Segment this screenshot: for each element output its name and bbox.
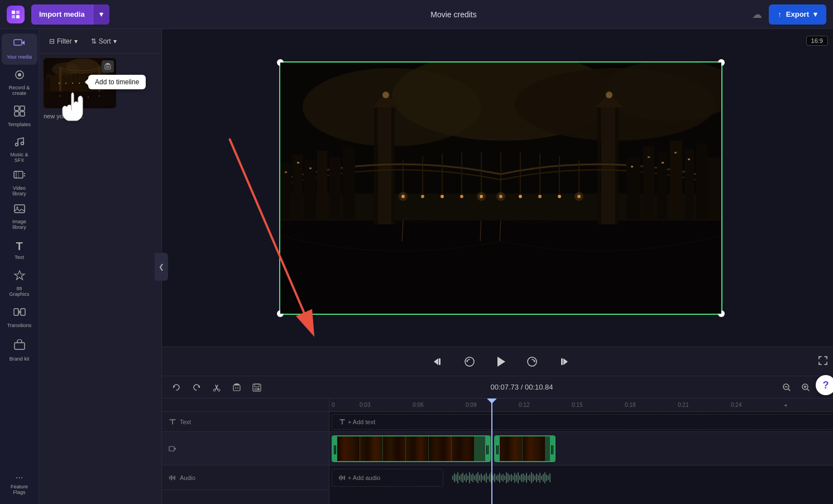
your-media-icon <box>13 38 26 53</box>
play-button[interactable] <box>491 352 511 372</box>
media-toolbar: ⊟ Filter ▾ ⇅ Sort ▾ <box>39 29 161 54</box>
svg-rect-30 <box>59 66 61 92</box>
text-track-row: + Add text <box>329 412 833 432</box>
cursor-hand-icon <box>60 92 85 127</box>
sort-button[interactable]: ⇅ Sort ▾ <box>87 35 121 47</box>
svg-point-136 <box>218 389 220 391</box>
timeline-body: Text Audio <box>162 399 833 504</box>
sidebar-item-feature-flags[interactable]: ··· FeatureFlags <box>2 468 37 500</box>
svg-line-152 <box>807 389 809 391</box>
cloud-save-icon: ☁ <box>752 8 762 21</box>
zoom-out-button[interactable] <box>779 380 794 395</box>
sidebar-item-record-create[interactable]: Record &create <box>2 67 37 98</box>
svg-rect-10 <box>15 112 19 116</box>
help-button[interactable]: ? <box>816 375 833 395</box>
clip-left-handle[interactable]: ‖ <box>333 436 337 461</box>
timeline-timecode: 00:07.73 / 00:10.84 <box>269 383 774 391</box>
add-audio-button[interactable]: + Add audio <box>332 469 443 487</box>
svg-rect-139 <box>233 385 240 391</box>
undo-button[interactable] <box>169 380 184 395</box>
forward-button[interactable] <box>522 352 542 372</box>
svg-marker-128 <box>497 357 505 367</box>
text-icon: T <box>16 239 22 253</box>
media-panel: ❮ ⊟ Filter ▾ ⇅ Sort ▾ <box>39 29 162 504</box>
preview-area: 16:9 <box>162 29 833 376</box>
sidebar-item-graphics[interactable]: 88Graphics <box>2 268 37 299</box>
svg-rect-4 <box>14 40 22 45</box>
text-track-label: Text <box>162 412 329 432</box>
sort-chevron-icon: ▾ <box>113 37 117 45</box>
svg-point-12 <box>15 143 18 146</box>
svg-rect-103 <box>696 143 707 219</box>
sidebar-item-image-library[interactable]: Imagelibrary <box>2 201 37 232</box>
svg-rect-11 <box>20 112 25 116</box>
svg-rect-107 <box>662 162 664 164</box>
svg-rect-55 <box>107 63 109 64</box>
sidebar-item-your-media[interactable]: Your media <box>2 33 37 65</box>
svg-point-20 <box>16 207 18 209</box>
sidebar-item-templates[interactable]: Templates <box>2 100 37 132</box>
svg-rect-113 <box>317 151 327 219</box>
filter-icon: ⊟ <box>49 37 55 45</box>
clip-right-handle-1[interactable]: ‖ <box>485 436 490 461</box>
svg-point-41 <box>72 83 73 84</box>
svg-marker-131 <box>563 358 568 365</box>
sidebar-item-label-music: Music &SFX <box>10 152 28 164</box>
video-canvas <box>280 63 721 314</box>
cut-button[interactable] <box>209 380 224 395</box>
svg-point-40 <box>65 83 66 84</box>
svg-point-122 <box>382 92 389 98</box>
svg-rect-69 <box>374 107 377 224</box>
playhead[interactable] <box>491 399 492 504</box>
add-to-timeline-tooltip: Add to timeline <box>88 75 146 89</box>
import-media-button[interactable]: Import media ▾ <box>31 4 109 25</box>
clip-left-handle-2[interactable]: ‖ <box>495 436 500 461</box>
add-text-button[interactable]: + Add text <box>332 414 833 430</box>
sidebar-item-label-image-library: Imagelibrary <box>12 219 26 231</box>
sidebar-item-brand-kit[interactable]: Brand kit <box>2 335 37 366</box>
sidebar-item-label-video-library: Videolibrary <box>12 186 26 197</box>
svg-rect-1 <box>16 11 20 14</box>
video-preview <box>279 61 722 315</box>
add-audio-label: + Add audio <box>348 474 380 481</box>
svg-rect-138 <box>235 383 238 385</box>
media-panel-collapse-btn[interactable]: ❮ <box>155 253 168 281</box>
center-area: 16:9 <box>162 29 833 504</box>
rewind-button[interactable] <box>459 352 480 372</box>
brand-kit-icon <box>13 339 26 354</box>
timeline-labels: Text Audio <box>162 399 329 504</box>
save-to-timeline-button[interactable] <box>249 380 265 395</box>
import-arrow-icon[interactable]: ▾ <box>93 4 109 25</box>
zoom-in-button[interactable] <box>798 380 813 395</box>
svg-rect-125 <box>439 358 441 365</box>
video-clip-2[interactable]: ‖ ‖ <box>494 435 556 462</box>
video-clip-1[interactable]: ‖ ‖ <box>332 435 491 462</box>
sidebar-item-text[interactable]: T Text <box>2 234 37 266</box>
svg-rect-21 <box>14 309 18 315</box>
delete-media-button[interactable] <box>102 60 114 73</box>
main-layout: Your media Record &create Templates <box>0 29 833 504</box>
svg-point-13 <box>21 142 23 145</box>
delete-button[interactable] <box>229 380 245 395</box>
clip-right-handle-2[interactable]: ‖ <box>550 436 554 461</box>
skip-forward-button[interactable] <box>553 352 573 372</box>
sort-label: Sort <box>99 37 111 45</box>
skip-back-button[interactable] <box>428 352 448 372</box>
audio-track-label: Audio <box>162 465 329 490</box>
svg-point-135 <box>213 389 216 391</box>
svg-rect-98 <box>626 157 640 219</box>
export-button[interactable]: ↑ Export ▾ <box>769 4 826 25</box>
svg-rect-0 <box>12 11 15 14</box>
svg-rect-3 <box>16 15 20 18</box>
sidebar-item-video-library[interactable]: Videolibrary <box>2 167 37 199</box>
svg-rect-9 <box>20 106 25 111</box>
sidebar-item-music-sfx[interactable]: Music &SFX <box>2 134 37 165</box>
svg-rect-118 <box>309 167 312 169</box>
svg-rect-73 <box>615 107 619 224</box>
redo-button[interactable] <box>189 380 204 395</box>
audio-waveform <box>452 470 833 486</box>
fullscreen-button[interactable] <box>818 356 828 368</box>
filter-button[interactable]: ⊟ Filter ▾ <box>45 35 82 47</box>
sidebar-item-transitions[interactable]: Transitions <box>2 301 37 333</box>
svg-rect-108 <box>674 152 677 153</box>
